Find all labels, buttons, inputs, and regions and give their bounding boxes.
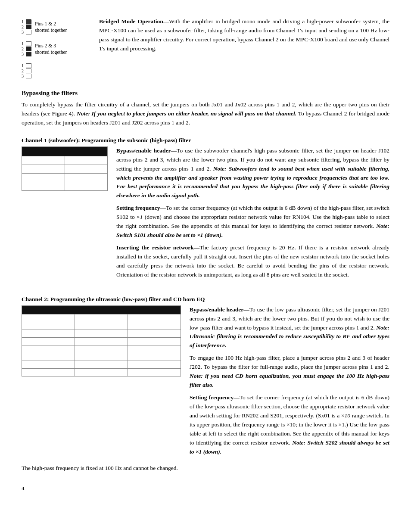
left-diagrams: 1 2 3 Pins 1 & 2 shorted together xyxy=(22,17,90,81)
channel2-text: Bypass/enable header—To use the low-pass… xyxy=(190,305,389,460)
table-row xyxy=(22,337,181,345)
channel2-100hz-body: To engage the 100 Hz high-pass filter, p… xyxy=(190,355,389,370)
table-row xyxy=(22,345,181,353)
channel2-heading: Channel 2: Programming the ultrasonic (l… xyxy=(22,296,389,303)
pin-row-1b: 1 xyxy=(22,41,31,46)
pin-row-1: 1 xyxy=(22,19,31,24)
pin-num-3c: 3 xyxy=(22,74,25,78)
connector-1-2: 1 2 3 xyxy=(22,19,31,34)
pin-3b-square xyxy=(26,52,31,56)
table-row xyxy=(22,330,181,337)
pin-num-1b: 1 xyxy=(22,41,25,46)
channel2-table-wrap xyxy=(22,305,181,460)
channel2-freq-body: —To set the corner frequency (at which t… xyxy=(190,394,389,446)
channel1-text: Bypass/enable header—To use the subwoofe… xyxy=(116,146,389,283)
pins-2-3-diagram: 1 2 3 Pins 2 & 3 shorted together xyxy=(22,41,90,56)
fixed-freq-para: The high-pass frequency is fixed at 100 … xyxy=(22,464,389,473)
pin-num-2: 2 xyxy=(22,25,25,29)
channel2-section: Channel 2: Programming the ultrasonic (l… xyxy=(22,290,389,477)
pin-row-2b: 2 xyxy=(22,47,31,51)
pin-num-2c: 2 xyxy=(22,68,25,73)
open-pins-diagram: 1 2 3 xyxy=(22,63,90,78)
channel1-table-section: Bypass/enable header—To use the subwoofe… xyxy=(22,146,389,283)
table-row xyxy=(22,182,108,190)
channel1-table-header xyxy=(22,146,108,156)
channel1-bypass-header: Bypass/enable header xyxy=(116,147,171,154)
pin-num-1c: 1 xyxy=(22,63,25,68)
pins-1-2-label: Pins 1 & 2 shorted together xyxy=(35,21,67,34)
table-row xyxy=(22,361,181,368)
pin-3c-square xyxy=(26,74,31,78)
pins-1-2-diagram: 1 2 3 Pins 1 & 2 shorted together xyxy=(22,19,90,34)
pin-row-1c: 1 xyxy=(22,63,31,68)
pin-num-2b: 2 xyxy=(22,47,25,51)
channel2-table xyxy=(22,305,181,376)
bridged-mode-paragraph: Bridged Mode Operation—With the amplifie… xyxy=(99,17,389,53)
pin-num-1: 1 xyxy=(22,19,25,24)
jumper-cap-1-2 xyxy=(26,19,31,24)
channel2-freq-para: Setting frequency—To set the corner freq… xyxy=(190,393,389,456)
bypass-filters-heading: Bypassing the filters xyxy=(22,90,389,97)
channel1-heading: Channel 1 (subwoofer): Programming the s… xyxy=(22,137,389,144)
top-section: 1 2 3 Pins 1 & 2 shorted together xyxy=(22,17,389,81)
bypass-note: Note: If you neglect to place jumpers on… xyxy=(77,110,296,117)
channel2-freq-header: Setting frequency xyxy=(190,394,234,401)
pin-row-2c: 2 xyxy=(22,68,31,73)
table-row xyxy=(22,314,181,322)
table-row xyxy=(22,322,181,330)
channel1-table-left xyxy=(22,146,108,283)
page-number: 4 xyxy=(22,485,389,492)
table-row xyxy=(22,353,181,361)
pin-1c-square xyxy=(26,63,31,68)
table-row xyxy=(22,156,108,165)
pin-row-3: 3 xyxy=(22,30,31,34)
channel2-100hz-para: To engage the 100 Hz high-pass filter, p… xyxy=(190,354,389,390)
table-row xyxy=(22,368,181,376)
channel1-resistor-para: Inserting the resistor network—The facto… xyxy=(116,243,389,280)
pin-2c-square xyxy=(26,68,31,73)
pin-row-2: 2 xyxy=(22,25,31,29)
channel1-bypass-para: Bypass/enable header—To use the subwoofe… xyxy=(116,146,389,201)
pin-num-3b: 3 xyxy=(22,52,25,56)
pin-3-square xyxy=(26,30,31,34)
bypass-filters-section: Bypassing the filters To completely bypa… xyxy=(22,89,389,131)
pin-num-3: 3 xyxy=(22,30,25,34)
connector-2-3: 1 2 3 xyxy=(22,41,31,56)
channel2-content: Bypass/enable header—To use the low-pass… xyxy=(22,305,389,460)
pin-1b-square xyxy=(26,41,31,46)
pins-2-3-label: Pins 2 & 3 shorted together xyxy=(35,43,67,56)
connector-open: 1 2 3 xyxy=(22,63,31,78)
channel1-table xyxy=(22,146,108,191)
bridged-mode-text: Bridged Mode Operation—With the amplifie… xyxy=(99,17,389,81)
table-row xyxy=(22,165,108,173)
channel1-section: Channel 1 (subwoofer): Programming the s… xyxy=(22,131,389,290)
channel2-table-header xyxy=(22,305,181,314)
bridged-mode-heading: Bridged Mode Operation xyxy=(99,18,163,25)
channel1-resistor-header: Inserting the resistor network xyxy=(116,244,194,251)
pin-row-3b: 3 xyxy=(22,52,31,56)
channel1-freq-header: Setting frequency xyxy=(116,205,160,211)
pin-row-3c: 3 xyxy=(22,74,31,78)
channel1-freq-para: Setting frequency—To set the corner freq… xyxy=(116,204,389,240)
pin-2b-square xyxy=(26,47,31,51)
channel2-bypass-para: Bypass/enable header—To use the low-pass… xyxy=(190,305,389,351)
pin-2-square xyxy=(26,25,31,29)
page: 1 2 3 Pins 1 & 2 shorted together xyxy=(22,17,389,492)
channel2-100hz-note: Note: if you need CD horn equalization, … xyxy=(190,373,389,388)
channel2-bypass-header: Bypass/enable header xyxy=(190,306,243,313)
bypass-filters-para: To completely bypass the filter circuitr… xyxy=(22,100,389,128)
table-row xyxy=(22,173,108,182)
